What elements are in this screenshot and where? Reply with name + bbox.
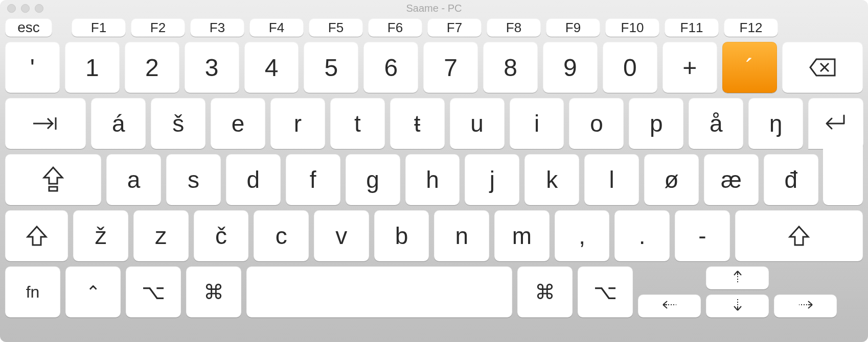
key-f4[interactable]: F4 xyxy=(249,18,304,37)
key-t-stroke[interactable]: ŧ xyxy=(390,98,445,149)
key-arrow-up[interactable] xyxy=(706,266,769,289)
key-f1[interactable]: F1 xyxy=(72,18,126,37)
key-plus[interactable]: + xyxy=(663,42,717,93)
key-f[interactable]: f xyxy=(286,154,340,205)
key-arrow-right[interactable] xyxy=(774,295,837,317)
key-arrow-down[interactable] xyxy=(706,295,769,317)
key-option-right[interactable]: ⌥ xyxy=(578,266,633,317)
key-comma[interactable]: , xyxy=(555,210,610,261)
key-m[interactable]: m xyxy=(494,210,550,261)
arrow-down-dotted-icon xyxy=(732,297,743,315)
key-label: F11 xyxy=(680,20,703,36)
key-minus[interactable]: - xyxy=(675,210,730,261)
key-option-left[interactable]: ⌥ xyxy=(126,266,181,317)
key-enter[interactable] xyxy=(808,98,863,149)
key-s[interactable]: s xyxy=(166,154,221,205)
key-5[interactable]: 5 xyxy=(304,42,358,93)
key-o[interactable]: o xyxy=(569,98,624,149)
key-fn[interactable]: fn xyxy=(5,266,60,317)
key-f10[interactable]: F10 xyxy=(605,18,659,37)
close-dot[interactable] xyxy=(7,4,16,13)
key-label: j xyxy=(490,166,495,193)
key-tab[interactable] xyxy=(5,98,86,149)
key-label: p xyxy=(650,110,663,137)
key-8[interactable]: 8 xyxy=(483,42,538,93)
key-f6[interactable]: F6 xyxy=(368,18,422,37)
key-d-stroke[interactable]: đ xyxy=(764,154,818,205)
key-f11[interactable]: F11 xyxy=(665,18,719,37)
key-3[interactable]: 3 xyxy=(185,42,239,93)
key-f7[interactable]: F7 xyxy=(427,18,482,37)
key-period[interactable]: . xyxy=(614,210,670,261)
key-capslock[interactable] xyxy=(5,154,101,205)
key-f3[interactable]: F3 xyxy=(190,18,244,37)
key-c-caron[interactable]: č xyxy=(194,210,249,261)
key-esc[interactable]: esc xyxy=(5,18,52,37)
key-f5[interactable]: F5 xyxy=(309,18,363,37)
key-space[interactable] xyxy=(246,266,512,317)
minimize-dot[interactable] xyxy=(21,4,30,13)
row-a: a s d f g h j k l ø æ đ xyxy=(5,154,863,205)
key-arrow-left[interactable] xyxy=(638,295,701,317)
key-f9[interactable]: F9 xyxy=(546,18,600,37)
key-4[interactable]: 4 xyxy=(244,42,299,93)
key-7[interactable]: 7 xyxy=(423,42,478,93)
key-label: + xyxy=(682,54,697,82)
key-j[interactable]: j xyxy=(465,154,519,205)
key-o-stroke[interactable]: ø xyxy=(644,154,699,205)
key-z[interactable]: z xyxy=(133,210,189,261)
key-dead-acute[interactable]: ´ xyxy=(722,42,777,93)
key-d[interactable]: d xyxy=(226,154,281,205)
key-6[interactable]: 6 xyxy=(363,42,418,93)
key-a-acute[interactable]: á xyxy=(91,98,146,149)
window-title: Saame - PC xyxy=(406,3,462,14)
key-g[interactable]: g xyxy=(346,154,400,205)
key-label: c xyxy=(276,222,287,250)
zoom-dot[interactable] xyxy=(35,4,43,13)
key-command-left[interactable]: ⌘ xyxy=(186,266,241,317)
key-a-ring[interactable]: å xyxy=(689,98,743,149)
tab-icon xyxy=(30,114,61,133)
key-s-caron[interactable]: š xyxy=(151,98,205,149)
key-f12[interactable]: F12 xyxy=(724,18,778,37)
key-a[interactable]: a xyxy=(106,154,161,205)
key-c[interactable]: c xyxy=(254,210,309,261)
key-command-right[interactable]: ⌘ xyxy=(517,266,573,317)
key-e[interactable]: e xyxy=(211,98,265,149)
key-label: h xyxy=(426,166,439,193)
key-label: a xyxy=(127,166,141,193)
key-h[interactable]: h xyxy=(405,154,460,205)
key-u[interactable]: u xyxy=(450,98,505,149)
key-label: đ xyxy=(785,166,798,193)
key-label: 9 xyxy=(563,54,577,82)
key-b[interactable]: b xyxy=(374,210,429,261)
key-apostrophe[interactable]: ' xyxy=(5,42,60,93)
key-9[interactable]: 9 xyxy=(543,42,598,93)
key-r[interactable]: r xyxy=(270,98,325,149)
key-i[interactable]: i xyxy=(510,98,564,149)
key-ae[interactable]: æ xyxy=(704,154,759,205)
key-label: z xyxy=(155,222,167,250)
key-k[interactable]: k xyxy=(524,154,579,205)
key-f2[interactable]: F2 xyxy=(131,18,185,37)
key-label: š xyxy=(172,110,184,137)
key-l[interactable]: l xyxy=(584,154,639,205)
key-shift-right[interactable] xyxy=(735,210,863,261)
key-p[interactable]: p xyxy=(629,98,683,149)
key-t[interactable]: t xyxy=(330,98,385,149)
key-f8[interactable]: F8 xyxy=(487,18,541,37)
key-backspace[interactable] xyxy=(782,42,863,93)
key-1[interactable]: 1 xyxy=(65,42,120,93)
key-0[interactable]: 0 xyxy=(603,42,657,93)
key-2[interactable]: 2 xyxy=(125,42,179,93)
key-v[interactable]: v xyxy=(314,210,369,261)
key-label: fn xyxy=(26,283,40,302)
key-control-left[interactable]: ⌃ xyxy=(65,266,121,317)
shift-icon xyxy=(25,224,49,248)
key-label: 4 xyxy=(265,54,279,82)
key-eng[interactable]: ŋ xyxy=(748,98,803,149)
key-shift-left[interactable] xyxy=(5,210,68,261)
key-n[interactable]: n xyxy=(434,210,489,261)
key-label: F10 xyxy=(621,20,644,36)
key-z-caron[interactable]: ž xyxy=(73,210,128,261)
